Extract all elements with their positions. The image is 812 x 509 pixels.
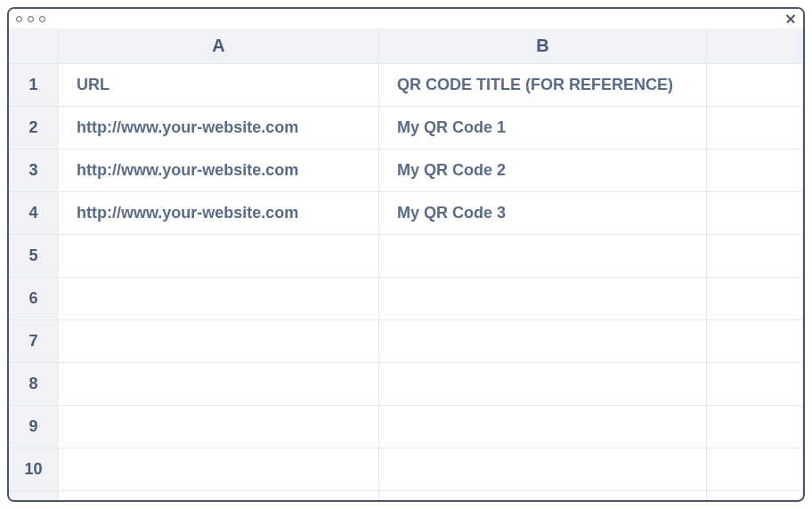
cell-c2[interactable]	[707, 107, 803, 149]
column-header-row: A B	[9, 28, 803, 64]
row-header[interactable]	[9, 491, 59, 500]
cell-a1[interactable]: URL	[59, 64, 379, 106]
column-header-a[interactable]: A	[59, 28, 379, 63]
table-row: 3 http://www.your-website.com My QR Code…	[9, 149, 803, 192]
cell-b10[interactable]	[379, 448, 707, 490]
window-minimize-icon[interactable]	[28, 16, 34, 22]
cell-a4[interactable]: http://www.your-website.com	[59, 192, 379, 234]
cell-c4[interactable]	[707, 192, 803, 234]
cell-a6[interactable]	[59, 278, 379, 319]
spreadsheet-window: A B 1 URL QR CODE TITLE (FOR REFERENCE) …	[7, 7, 805, 502]
cell-c8[interactable]	[707, 363, 803, 405]
cell-a8[interactable]	[59, 363, 379, 405]
cell-c6[interactable]	[707, 278, 803, 319]
table-row: 2 http://www.your-website.com My QR Code…	[9, 107, 803, 149]
cell-b8[interactable]	[379, 363, 707, 405]
close-icon[interactable]	[785, 14, 794, 23]
cell-b3[interactable]: My QR Code 2	[379, 149, 707, 191]
column-header-c[interactable]	[707, 28, 803, 63]
row-header[interactable]: 4	[9, 192, 59, 234]
cell-b1[interactable]: QR CODE TITLE (FOR REFERENCE)	[379, 64, 707, 106]
window-close-icon[interactable]	[16, 16, 22, 22]
table-row: 10	[9, 448, 803, 491]
titlebar	[9, 9, 803, 28]
cell-a3[interactable]: http://www.your-website.com	[59, 149, 379, 191]
table-row: 1 URL QR CODE TITLE (FOR REFERENCE)	[9, 64, 803, 107]
table-row: 9	[9, 406, 803, 448]
cell-a10[interactable]	[59, 448, 379, 490]
spreadsheet-grid: A B 1 URL QR CODE TITLE (FOR REFERENCE) …	[9, 28, 803, 500]
row-header[interactable]: 3	[9, 149, 59, 191]
table-row: 4 http://www.your-website.com My QR Code…	[9, 192, 803, 235]
cell-c9[interactable]	[707, 406, 803, 448]
corner-cell[interactable]	[9, 28, 59, 63]
row-header[interactable]: 9	[9, 406, 59, 448]
cell-c10[interactable]	[707, 448, 803, 490]
cell-a2[interactable]: http://www.your-website.com	[59, 107, 379, 149]
row-header[interactable]: 5	[9, 235, 59, 277]
table-row: 8	[9, 363, 803, 406]
window-controls	[16, 16, 45, 22]
cell-c1[interactable]	[707, 64, 803, 106]
row-header[interactable]: 8	[9, 363, 59, 405]
table-row	[9, 491, 803, 500]
row-header[interactable]: 10	[9, 448, 59, 490]
cell-c3[interactable]	[707, 149, 803, 191]
cell-b7[interactable]	[379, 320, 707, 362]
column-header-b[interactable]: B	[379, 28, 707, 63]
cell-b4[interactable]: My QR Code 3	[379, 192, 707, 234]
cell-empty[interactable]	[59, 491, 379, 500]
row-header[interactable]: 6	[9, 278, 59, 319]
row-header[interactable]: 7	[9, 320, 59, 362]
cell-b5[interactable]	[379, 235, 707, 277]
cell-c5[interactable]	[707, 235, 803, 277]
cell-a9[interactable]	[59, 406, 379, 448]
cell-b9[interactable]	[379, 406, 707, 448]
window-maximize-icon[interactable]	[39, 16, 45, 22]
table-row: 7	[9, 320, 803, 363]
cell-a7[interactable]	[59, 320, 379, 362]
cell-b2[interactable]: My QR Code 1	[379, 107, 707, 149]
table-row: 6	[9, 278, 803, 320]
cell-b6[interactable]	[379, 278, 707, 319]
table-row: 5	[9, 235, 803, 278]
cell-a5[interactable]	[59, 235, 379, 277]
cell-c7[interactable]	[707, 320, 803, 362]
cell-empty[interactable]	[379, 491, 707, 500]
cell-empty[interactable]	[707, 491, 803, 500]
row-header[interactable]: 1	[9, 64, 59, 106]
row-header[interactable]: 2	[9, 107, 59, 149]
